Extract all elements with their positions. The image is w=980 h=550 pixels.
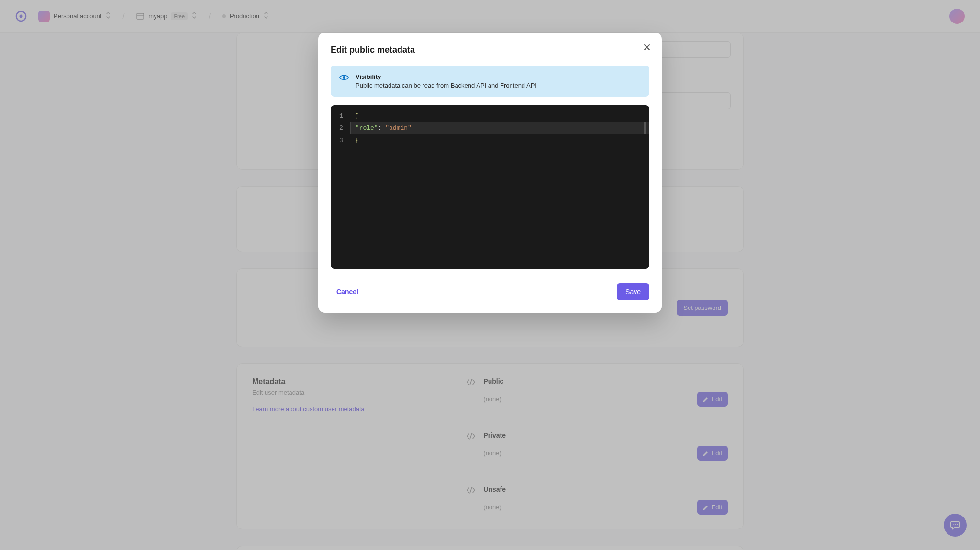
eye-icon bbox=[339, 74, 349, 89]
line-number: 1 bbox=[339, 110, 343, 122]
modal-footer: Cancel Save bbox=[331, 283, 649, 300]
svg-point-7 bbox=[343, 76, 345, 79]
line-number: 3 bbox=[339, 134, 343, 146]
json-editor[interactable]: 1 2 3 { "role": "admin" } bbox=[331, 105, 649, 269]
code-line: { bbox=[349, 110, 649, 122]
editor-gutter: 1 2 3 bbox=[331, 105, 349, 269]
close-icon bbox=[643, 43, 651, 52]
modal-title: Edit public metadata bbox=[331, 45, 649, 55]
editor-code[interactable]: { "role": "admin" } bbox=[349, 105, 649, 269]
notice-title: Visibility bbox=[356, 73, 536, 80]
code-line: } bbox=[349, 134, 649, 146]
save-button[interactable]: Save bbox=[617, 283, 649, 300]
modal-overlay[interactable]: Edit public metadata Visibility Public m… bbox=[0, 0, 980, 550]
visibility-notice: Visibility Public metadata can be read f… bbox=[331, 66, 649, 97]
line-number: 2 bbox=[339, 122, 343, 134]
notice-text: Visibility Public metadata can be read f… bbox=[356, 73, 536, 89]
code-line: "role": "admin" bbox=[350, 122, 649, 134]
close-button[interactable] bbox=[641, 41, 653, 55]
cancel-button[interactable]: Cancel bbox=[331, 284, 364, 299]
notice-body: Public metadata can be read from Backend… bbox=[356, 82, 536, 89]
edit-metadata-modal: Edit public metadata Visibility Public m… bbox=[318, 33, 662, 313]
